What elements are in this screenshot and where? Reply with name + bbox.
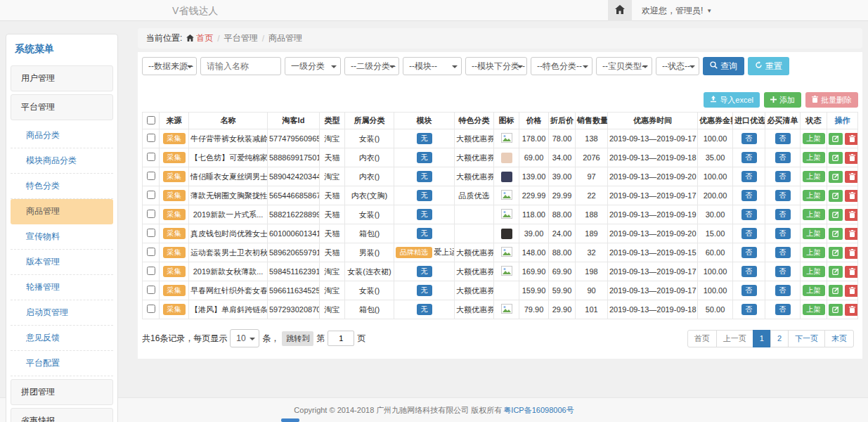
module-badge[interactable]: 无 xyxy=(417,228,432,239)
filter-select[interactable]: --数据来源-- xyxy=(142,57,197,75)
filter-select[interactable]: --特色分类-- xyxy=(531,57,592,75)
breadcrumb-item[interactable]: 商品管理 xyxy=(268,32,302,44)
delete-button[interactable] xyxy=(845,247,858,259)
filter-select[interactable]: --模块下分类-- xyxy=(465,57,527,75)
row-checkbox[interactable] xyxy=(147,286,155,294)
jump-page-input[interactable] xyxy=(328,331,354,346)
delete-button[interactable] xyxy=(845,228,858,240)
page-button[interactable]: 2 xyxy=(770,330,789,347)
row-checkbox[interactable] xyxy=(147,305,155,313)
must-buy-toggle-badge[interactable]: 否 xyxy=(775,228,791,239)
breadcrumb-item[interactable]: 平台管理 xyxy=(224,32,258,44)
delete-button[interactable] xyxy=(845,171,858,183)
edit-button[interactable] xyxy=(829,247,843,259)
module-badge[interactable]: 品牌精选 xyxy=(396,247,432,258)
delete-button[interactable] xyxy=(845,266,858,278)
home-button[interactable] xyxy=(608,0,632,21)
edit-button[interactable] xyxy=(829,285,843,297)
import-excel-button[interactable]: 导入excel xyxy=(704,92,760,108)
must-buy-toggle-badge[interactable]: 否 xyxy=(775,285,791,296)
sidebar-item[interactable]: 商品分类 xyxy=(11,123,113,148)
status-badge[interactable]: 上架 xyxy=(803,190,825,201)
imported-toggle-badge[interactable]: 否 xyxy=(741,152,757,163)
imported-toggle-badge[interactable]: 否 xyxy=(741,190,757,201)
page-button[interactable]: 末页 xyxy=(824,330,854,347)
source-badge[interactable]: 采集 xyxy=(163,133,186,144)
sidebar-item[interactable]: 意见反馈 xyxy=(11,326,113,351)
jump-button[interactable]: 跳转到 xyxy=(282,331,313,346)
source-badge[interactable]: 采集 xyxy=(163,285,186,296)
delete-button[interactable] xyxy=(845,304,858,316)
module-badge[interactable]: 无 xyxy=(417,266,432,277)
name-search-input[interactable] xyxy=(200,57,281,75)
source-badge[interactable]: 采集 xyxy=(163,152,186,163)
sidebar-item[interactable]: 模块商品分类 xyxy=(11,148,113,174)
query-button[interactable]: 查询 xyxy=(703,57,744,75)
source-badge[interactable]: 采集 xyxy=(163,190,186,201)
module-badge[interactable]: 无 xyxy=(417,133,432,144)
must-buy-toggle-badge[interactable]: 否 xyxy=(775,209,791,220)
status-badge[interactable]: 上架 xyxy=(803,209,825,220)
module-badge[interactable]: 无 xyxy=(417,304,432,315)
imported-toggle-badge[interactable]: 否 xyxy=(741,266,757,277)
filter-select[interactable]: 一级分类 xyxy=(285,57,341,75)
edit-button[interactable] xyxy=(829,209,843,221)
edit-button[interactable] xyxy=(829,304,843,316)
delete-button[interactable] xyxy=(845,190,858,202)
sidebar-group[interactable]: 用户管理 xyxy=(11,65,113,91)
sidebar-item[interactable]: 轮播管理 xyxy=(11,275,113,300)
source-badge[interactable]: 采集 xyxy=(163,209,186,220)
status-badge[interactable]: 上架 xyxy=(803,285,825,296)
must-buy-toggle-badge[interactable]: 否 xyxy=(775,133,791,144)
page-button[interactable]: 上一页 xyxy=(716,330,753,347)
select-all-checkbox[interactable] xyxy=(147,116,155,124)
imported-toggle-badge[interactable]: 否 xyxy=(741,171,757,182)
imported-toggle-badge[interactable]: 否 xyxy=(741,304,757,315)
status-badge[interactable]: 上架 xyxy=(803,152,825,163)
status-badge[interactable]: 上架 xyxy=(803,171,825,182)
row-checkbox[interactable] xyxy=(147,172,155,180)
module-badge[interactable]: 无 xyxy=(417,152,432,163)
imported-toggle-badge[interactable]: 否 xyxy=(741,133,757,144)
sidebar-item[interactable]: 宣传物料 xyxy=(11,224,113,250)
status-badge[interactable]: 上架 xyxy=(803,304,825,315)
filter-select[interactable]: --宝贝类型-- xyxy=(596,57,652,75)
reset-button[interactable]: 重置 xyxy=(748,57,789,75)
must-buy-toggle-badge[interactable]: 否 xyxy=(775,190,791,201)
delete-button[interactable] xyxy=(845,152,858,164)
imported-toggle-badge[interactable]: 否 xyxy=(741,228,757,239)
must-buy-toggle-badge[interactable]: 否 xyxy=(775,247,791,258)
source-badge[interactable]: 采集 xyxy=(163,247,186,258)
module-badge[interactable]: 无 xyxy=(417,209,432,220)
source-badge[interactable]: 采集 xyxy=(163,171,186,182)
source-badge[interactable]: 采集 xyxy=(163,228,186,239)
page-button[interactable]: 下一页 xyxy=(788,330,825,347)
delete-button[interactable] xyxy=(845,133,858,145)
must-buy-toggle-badge[interactable]: 否 xyxy=(775,304,791,315)
module-badge[interactable]: 无 xyxy=(417,171,432,182)
row-checkbox[interactable] xyxy=(147,267,155,275)
row-checkbox[interactable] xyxy=(147,191,155,199)
imported-toggle-badge[interactable]: 否 xyxy=(741,209,757,220)
delete-button[interactable] xyxy=(845,209,858,221)
filter-select[interactable]: --状态-- xyxy=(656,57,699,75)
module-badge[interactable]: 无 xyxy=(417,285,432,296)
sidebar-item[interactable]: 版本管理 xyxy=(11,250,113,275)
source-badge[interactable]: 采集 xyxy=(163,266,186,277)
status-badge[interactable]: 上架 xyxy=(803,133,825,144)
must-buy-toggle-badge[interactable]: 否 xyxy=(775,152,791,163)
status-badge[interactable]: 上架 xyxy=(803,228,825,239)
edit-button[interactable] xyxy=(829,171,843,183)
sidebar-item[interactable]: 特色分类 xyxy=(11,174,113,199)
row-checkbox[interactable] xyxy=(147,134,155,142)
filter-select[interactable]: --模块-- xyxy=(403,57,462,75)
imported-toggle-badge[interactable]: 否 xyxy=(741,285,757,296)
must-buy-toggle-badge[interactable]: 否 xyxy=(775,171,791,182)
sidebar-group[interactable]: 省惠快报 xyxy=(11,408,113,422)
row-checkbox[interactable] xyxy=(147,210,155,218)
must-buy-toggle-badge[interactable]: 否 xyxy=(775,266,791,277)
row-checkbox[interactable] xyxy=(147,248,155,256)
user-menu[interactable]: 欢迎您，管理员! ▼ xyxy=(642,5,712,17)
delete-button[interactable] xyxy=(845,285,858,297)
page-button[interactable]: 首页 xyxy=(687,330,717,347)
